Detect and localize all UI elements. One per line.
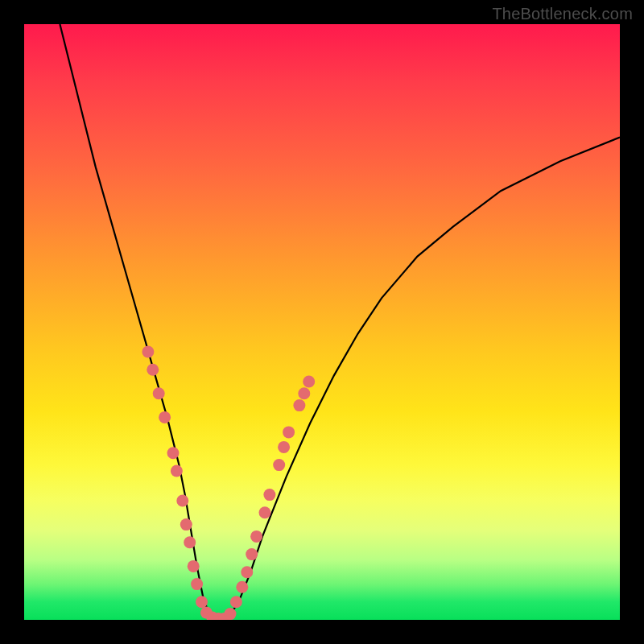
plot-area [24, 24, 620, 620]
watermark-text: TheBottleneck.com [492, 5, 633, 23]
chart-svg [24, 24, 620, 620]
marker-dot [153, 387, 165, 399]
marker-dot [184, 536, 196, 548]
marker-dot [180, 518, 192, 530]
marker-dot [147, 364, 159, 376]
marker-dot [196, 596, 208, 608]
bottleneck-curve [60, 24, 620, 620]
marker-dot [176, 495, 188, 507]
marker-dot [225, 608, 237, 620]
marker-dot [263, 489, 275, 501]
marker-dot [293, 399, 305, 411]
dotted-highlight [142, 346, 315, 621]
marker-dot [142, 346, 154, 358]
marker-dot [171, 465, 183, 477]
marker-dot [230, 596, 242, 608]
chart-frame: TheBottleneck.com [0, 0, 644, 644]
marker-dot [188, 560, 200, 572]
marker-dot [273, 459, 285, 471]
marker-dot [191, 578, 203, 590]
marker-dot [167, 447, 180, 459]
marker-dot [159, 411, 171, 423]
marker-dot [236, 581, 248, 593]
marker-dot [246, 548, 258, 560]
marker-dot [283, 426, 295, 438]
marker-dot [278, 441, 290, 453]
marker-dot [303, 376, 315, 388]
marker-dot [259, 506, 271, 518]
marker-dot [250, 530, 262, 543]
marker-dot [298, 387, 310, 399]
marker-dot [241, 566, 253, 578]
